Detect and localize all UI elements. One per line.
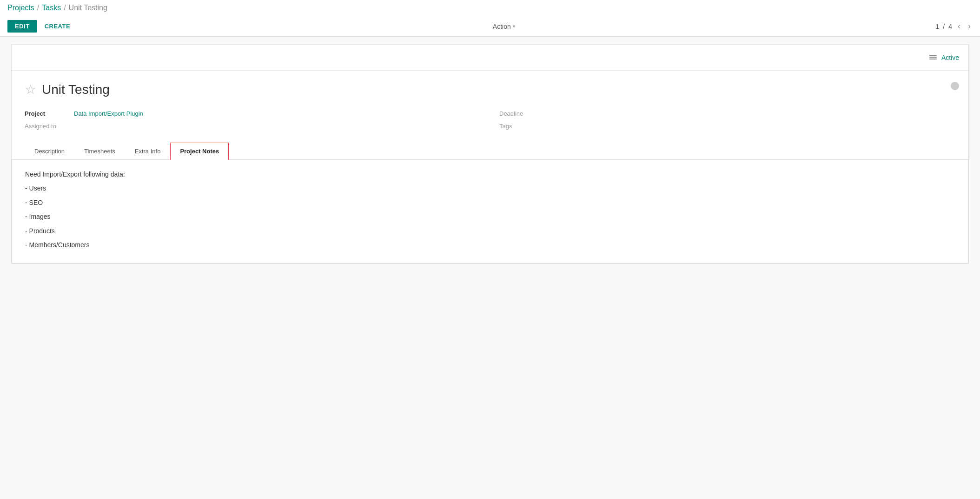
tags-label: Tags [499,123,541,130]
page-current: 1 [936,23,940,30]
note-line: - Users [25,183,955,193]
toolbar: EDIT CREATE Action ▾ 1 / 4 ‹ › [0,16,980,37]
note-line: Need Import/Export following data: [25,169,955,179]
edit-button[interactable]: EDIT [7,20,37,33]
deadline-label: Deadline [499,110,541,117]
svg-rect-1 [929,57,937,58]
page-sep: / [943,23,945,30]
active-status: Active [928,53,959,62]
favorite-star-icon[interactable]: ☆ [25,82,36,97]
field-assigned: Assigned to [25,123,481,130]
breadcrumb-tasks[interactable]: Tasks [42,4,61,12]
page-total: 4 [948,23,952,30]
note-line: - SEO [25,197,955,208]
card-header: Active [12,45,968,71]
tab-content-project-notes: Need Import/Export following data:- User… [12,160,968,263]
record-title-text: Unit Testing [42,82,110,97]
active-icon [928,53,938,62]
svg-rect-2 [929,59,937,59]
breadcrumb-projects[interactable]: Projects [7,4,34,12]
tabs-bar: Description Timesheets Extra Info Projec… [12,143,968,160]
action-dropdown-button[interactable]: Action ▾ [489,21,519,32]
tab-description[interactable]: Description [25,143,74,160]
action-label: Action [493,23,511,30]
breadcrumb-current: Unit Testing [69,4,107,12]
chevron-down-icon: ▾ [513,24,515,29]
assigned-label: Assigned to [25,123,66,130]
breadcrumb-sep2: / [64,4,66,12]
card-body: ☆ Unit Testing Project Data Import/Expor… [12,71,968,160]
tab-timesheets[interactable]: Timesheets [74,143,125,160]
status-circle [951,82,959,90]
field-project: Project Data Import/Export Plugin [25,110,481,117]
note-line: - Members/Customers [25,240,955,250]
main-content: Active ☆ Unit Testing Project Data Impor… [0,37,980,271]
next-page-button[interactable]: › [966,20,973,32]
project-label: Project [25,110,66,117]
active-label: Active [941,54,959,61]
field-tags: Tags [499,123,955,130]
tab-extra-info[interactable]: Extra Info [125,143,171,160]
field-deadline: Deadline [499,110,955,117]
record-card: Active ☆ Unit Testing Project Data Impor… [11,44,969,264]
prev-page-button[interactable]: ‹ [956,20,962,32]
breadcrumb: Projects / Tasks / Unit Testing [7,4,973,12]
note-line: - Products [25,226,955,236]
create-button[interactable]: CREATE [43,20,72,33]
note-line: - Images [25,211,955,222]
fields-grid: Project Data Import/Export Plugin Deadli… [25,110,955,130]
tab-project-notes[interactable]: Project Notes [170,143,229,160]
breadcrumb-bar: Projects / Tasks / Unit Testing [0,0,980,16]
pagination: 1 / 4 ‹ › [936,20,973,32]
svg-rect-0 [929,55,937,56]
project-value[interactable]: Data Import/Export Plugin [74,110,143,117]
record-title-row: ☆ Unit Testing [25,82,955,97]
breadcrumb-sep1: / [37,4,39,12]
